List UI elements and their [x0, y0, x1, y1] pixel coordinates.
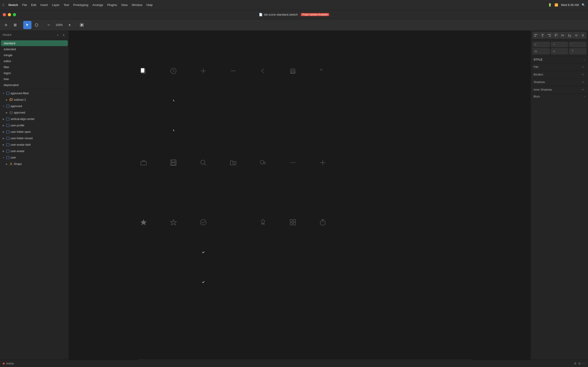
menu-file[interactable]: File	[22, 3, 27, 7]
canvas-icon-search-list[interactable]	[248, 148, 278, 177]
align-left-btn[interactable]	[533, 32, 539, 39]
canvas-icon-pin[interactable]	[248, 207, 278, 237]
canvas-icon-star-filled[interactable]	[129, 207, 158, 237]
canvas-icon-plus[interactable]	[188, 56, 218, 86]
add-tool-btn[interactable]	[2, 21, 10, 29]
zoom-value[interactable]: 100%	[56, 23, 63, 27]
canvas-icon-briefcase[interactable]	[129, 148, 158, 177]
menu-text[interactable]: Text	[64, 3, 69, 7]
apple-menu[interactable]: 	[3, 3, 4, 7]
add-inner-shadow-btn[interactable]: +	[581, 87, 585, 92]
expand-subtract-2[interactable]: ▶	[5, 98, 8, 101]
h-field[interactable]: H	[551, 48, 568, 54]
page-logos[interactable]: logos	[1, 70, 68, 76]
canvas-icon-clock-filled-dark-2[interactable]	[158, 116, 188, 145]
anima-options-btn[interactable]: ⋯	[582, 362, 585, 365]
layer-user-profile[interactable]: ▶ user-profile	[0, 122, 69, 129]
canvas-icon-search[interactable]	[188, 148, 218, 177]
plugin-update-badge[interactable]: Plugin Updates Available	[301, 13, 329, 16]
expand-user[interactable]: ▾	[2, 156, 5, 159]
layer-user-avatar-dark[interactable]: ▶ user-avatar-dark	[0, 142, 69, 148]
style-header[interactable]: STYLE ⌄	[534, 58, 585, 61]
layer-approved-filled[interactable]: ▾ approved-filled	[0, 90, 69, 97]
expand-approved-shape[interactable]: ▶	[5, 111, 8, 114]
align-middle-btn[interactable]	[560, 32, 566, 39]
minimize-window-btn[interactable]	[8, 13, 11, 16]
w-field[interactable]: W	[533, 48, 550, 54]
layer-user-avatar[interactable]: ▶ user-avatar	[0, 148, 69, 154]
expand-vertical-align-center[interactable]: ▶	[2, 117, 5, 121]
menu-layer[interactable]: Layer	[52, 3, 60, 7]
menu-arrange[interactable]: Arrange	[93, 3, 103, 7]
canvas-icon-folder-search[interactable]	[218, 148, 248, 177]
canvas-icon-checkmark-dark[interactable]	[188, 237, 218, 267]
expand-approved[interactable]: ▾	[2, 105, 5, 108]
zoom-window-btn[interactable]	[13, 13, 16, 16]
menu-view[interactable]: View	[121, 3, 128, 7]
expand-user-folder-open[interactable]: ▶	[2, 130, 5, 133]
layer-vertical-align-center[interactable]: ▶ vertical-align-center	[0, 116, 69, 122]
layer-subtract-2[interactable]: ▶ subtract 2	[0, 97, 69, 103]
page-editor[interactable]: editor	[1, 58, 68, 64]
page-tree[interactable]: tree	[1, 76, 68, 82]
zoom-in-btn[interactable]	[65, 21, 74, 29]
menu-prototyping[interactable]: Prototyping	[73, 3, 88, 7]
anima-panel-btn[interactable]: ⊟	[578, 362, 581, 365]
zoom-out-btn[interactable]	[44, 21, 53, 29]
expand-user-avatar-dark[interactable]: ▶	[2, 143, 5, 146]
vector-tool-btn[interactable]	[32, 21, 41, 29]
expand-approved-filled[interactable]: ▾	[2, 92, 5, 95]
fit-canvas-btn[interactable]	[78, 21, 86, 29]
menu-help[interactable]: Help	[147, 3, 153, 7]
expand-user-folder-closed[interactable]: ▶	[2, 137, 5, 140]
collapse-pages-btn[interactable]: ∧	[61, 33, 66, 37]
y-field[interactable]: Y	[551, 42, 568, 47]
search-menu-icon[interactable]: 🔍	[582, 3, 585, 7]
distribute-h-btn[interactable]	[573, 32, 579, 39]
canvas-icon-checkmark-dark-2[interactable]	[188, 267, 218, 297]
align-top-btn[interactable]	[553, 32, 559, 39]
expand-user-avatar[interactable]: ▶	[2, 150, 5, 153]
canvas-icon-clock-filled-dark[interactable]	[158, 86, 188, 116]
layer-user-folder-open[interactable]: ▶ user-folder-open	[0, 129, 69, 135]
canvas-icon-plus-add[interactable]	[308, 148, 338, 177]
anima-settings-btn[interactable]: ⚙	[574, 362, 577, 365]
add-fill-btn[interactable]: +	[581, 65, 585, 69]
inner-shadows-row[interactable]: Inner Shadows +	[531, 86, 588, 94]
distribute-v-btn[interactable]	[580, 32, 586, 39]
page-extended[interactable]: extended	[1, 46, 68, 52]
expand-user-profile[interactable]: ▶	[2, 124, 5, 127]
blurs-action[interactable]: −	[584, 95, 585, 98]
page-deprecated[interactable]: deprecated	[1, 82, 68, 88]
page-standard[interactable]: standard	[1, 40, 68, 46]
canvas-icon-timer[interactable]	[308, 207, 338, 237]
canvas-icon-star-outline[interactable]	[158, 207, 188, 237]
fills-row[interactable]: Fills +	[531, 63, 588, 71]
page-mingle[interactable]: mingle	[1, 52, 68, 58]
menu-window[interactable]: Window	[132, 3, 142, 7]
canvas-icon-checkmark-circle[interactable]	[188, 207, 218, 237]
close-window-btn[interactable]	[3, 13, 6, 16]
canvas-icon-minus-dash[interactable]	[278, 148, 308, 177]
add-page-btn[interactable]: +	[55, 33, 60, 37]
layer-approved[interactable]: ▾ approved	[0, 103, 69, 109]
canvas-icon-minus[interactable]	[218, 56, 248, 86]
layers-btn[interactable]	[11, 21, 19, 29]
x-field[interactable]: X	[533, 42, 550, 47]
menu-plugins[interactable]: Plugins	[107, 3, 117, 7]
angle-field[interactable]: °	[569, 42, 586, 47]
blurs-row[interactable]: Blurs −	[531, 94, 588, 100]
layer-approved-shape[interactable]: ▶ approved	[0, 109, 69, 116]
menu-edit[interactable]: Edit	[31, 3, 36, 7]
shadows-row[interactable]: Shadows +	[531, 78, 588, 86]
canvas-icon-quote[interactable]: "	[308, 56, 338, 86]
add-shadow-btn[interactable]: +	[581, 80, 585, 84]
menu-insert[interactable]: Insert	[40, 3, 48, 7]
constraint-field[interactable]	[569, 48, 586, 54]
canvas-icon-grid[interactable]	[278, 207, 308, 237]
align-right-btn[interactable]	[546, 32, 552, 39]
layer-user-folder-closed[interactable]: ▶ user-folder-closed	[0, 135, 69, 142]
canvas-icon-copy[interactable]	[129, 56, 158, 86]
align-center-v-btn[interactable]	[539, 32, 545, 39]
select-tool-btn[interactable]	[23, 21, 32, 29]
